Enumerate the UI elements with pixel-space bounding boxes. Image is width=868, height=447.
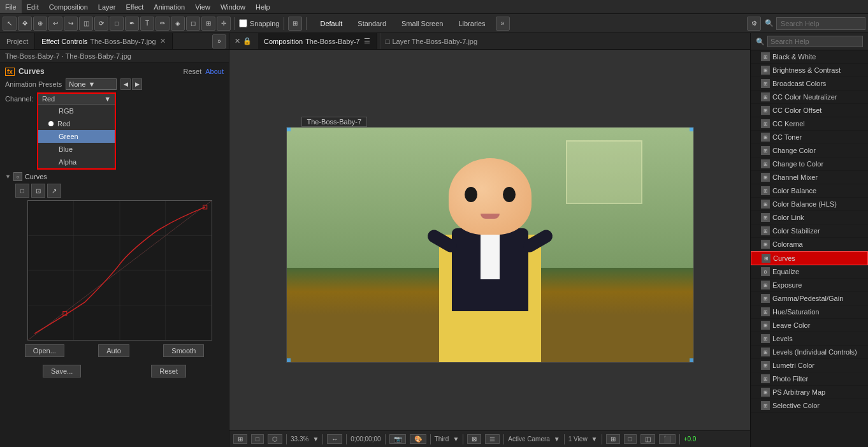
curves-fit-btn[interactable]: ⊡: [31, 184, 45, 198]
workspace-libraries[interactable]: Libraries: [453, 18, 490, 29]
effect-black-white[interactable]: ⊞ Black & White: [751, 50, 868, 64]
channel-option-rgb[interactable]: RGB: [38, 105, 115, 117]
workspace-small-screen[interactable]: Small Screen: [396, 18, 448, 29]
redo-btn[interactable]: ↪: [64, 17, 78, 31]
reset-link[interactable]: Reset: [184, 68, 202, 75]
search-input[interactable]: [776, 17, 865, 30]
effect-cc-offset[interactable]: ⊞ CC Color Offset: [751, 104, 868, 117]
snapping-checkbox[interactable]: [239, 19, 247, 27]
auto-btn[interactable]: Auto: [98, 344, 129, 357]
viewer-icon-2[interactable]: □: [251, 434, 264, 444]
safe-zones-btn[interactable]: □: [624, 434, 637, 444]
camera-tool[interactable]: ◫: [79, 17, 93, 31]
channel-display-btn[interactable]: ⬛: [659, 434, 676, 444]
effect-gamma[interactable]: ⊞ Gamma/Pedestal/Gain: [751, 292, 868, 305]
stamp-tool[interactable]: ◈: [171, 17, 185, 31]
tab-effect-controls[interactable]: Effect Controls The-Boss-Baby-7.jpg ✕: [35, 33, 172, 49]
effect-broadcast[interactable]: ⊞ Broadcast Colors: [751, 77, 868, 91]
curves-pencil-btn[interactable]: ↗: [47, 184, 61, 198]
search-help-input[interactable]: [767, 36, 863, 47]
res-opt[interactable]: ☰: [485, 434, 500, 444]
menu-window[interactable]: Window: [215, 0, 250, 13]
menu-animation[interactable]: Animation: [148, 0, 190, 13]
effect-channel-mixer[interactable]: ⊞ Channel Mixer: [751, 171, 868, 184]
reset-btn[interactable]: Reset: [151, 365, 186, 377]
effect-cc-toner[interactable]: ⊞ CC Toner: [751, 131, 868, 144]
menu-view[interactable]: View: [190, 0, 215, 13]
about-link[interactable]: About: [205, 68, 224, 75]
open-btn[interactable]: Open...: [25, 344, 64, 357]
rect-tool[interactable]: □: [110, 17, 124, 31]
menu-edit[interactable]: Edit: [22, 0, 44, 13]
channel-option-green[interactable]: Green: [38, 130, 115, 143]
effect-exposure[interactable]: ⊞ Exposure: [751, 279, 868, 292]
effect-photo-filter[interactable]: ⊞ Photo Filter: [751, 372, 868, 386]
channel-option-alpha[interactable]: Alpha: [38, 156, 115, 168]
selection-tool[interactable]: ↖: [3, 17, 17, 31]
comp-name-tag[interactable]: The-Boss-Baby-7: [301, 117, 368, 127]
settings-btn[interactable]: ⚙: [747, 17, 761, 31]
preset-next[interactable]: ▶: [132, 78, 142, 90]
channel-dropdown-container[interactable]: Red ▼ RGB Red: [37, 92, 116, 170]
grid-btn[interactable]: ⊞: [288, 17, 302, 31]
curves-square-btn[interactable]: □: [15, 184, 29, 198]
viewer-icon-3[interactable]: ⬡: [268, 434, 282, 444]
snapshot-btn[interactable]: 📷: [389, 434, 406, 444]
resolution-btn[interactable]: ⊠: [467, 434, 481, 444]
effect-colorama[interactable]: ⊞ Colorama: [751, 238, 868, 251]
curves-twirl[interactable]: ▼: [5, 173, 11, 180]
undo-btn[interactable]: ↩: [48, 17, 62, 31]
save-btn[interactable]: Save...: [43, 365, 81, 377]
color-btn[interactable]: 🎨: [410, 434, 426, 444]
preset-prev[interactable]: ◀: [120, 78, 131, 90]
effect-change-color[interactable]: ⊞ Change Color: [751, 144, 868, 158]
tab-project[interactable]: Project: [0, 33, 35, 49]
effect-leave-color[interactable]: ⊞ Leave Color: [751, 319, 868, 332]
fit-btn[interactable]: ↔: [327, 434, 342, 444]
grid-view-btn[interactable]: ⊞: [606, 434, 620, 444]
hand-tool[interactable]: ✥: [18, 17, 32, 31]
effect-levels[interactable]: ⊞ Levels: [751, 332, 868, 346]
effect-lumetri[interactable]: ⊞ Lumetri Color: [751, 359, 868, 372]
menu-composition[interactable]: Composition: [44, 0, 93, 13]
channel-option-red[interactable]: Red: [38, 117, 115, 130]
effect-equalize[interactable]: 8 Equalize: [751, 265, 868, 279]
menu-help[interactable]: Help: [250, 0, 275, 13]
zoom-tool[interactable]: ⊕: [33, 17, 47, 31]
workspace-standard[interactable]: Standard: [352, 18, 391, 29]
comp-tab-composition[interactable]: Composition The-Boss-Baby-7 ☰: [257, 33, 377, 49]
menu-layer[interactable]: Layer: [93, 0, 121, 13]
effect-color-link[interactable]: ⊞ Color Link: [751, 211, 868, 224]
puppet-tool[interactable]: ✛: [217, 17, 231, 31]
text-tool[interactable]: T: [140, 17, 154, 31]
effect-color-balance[interactable]: ⊞ Color Balance: [751, 184, 868, 198]
transparency-btn[interactable]: ◫: [640, 434, 655, 444]
menu-file[interactable]: File: [0, 0, 22, 13]
presets-dropdown[interactable]: None ▼: [66, 78, 117, 90]
effect-levels-individual[interactable]: ⊞ Levels (Individual Controls): [751, 346, 868, 359]
effect-hue-sat[interactable]: ⊞ Hue/Saturation: [751, 305, 868, 319]
composition-viewer[interactable]: [286, 127, 694, 363]
orbit-tool[interactable]: ⟳: [94, 17, 108, 31]
roto-tool[interactable]: ⊞: [201, 17, 215, 31]
effect-color-stabilizer[interactable]: ⊞ Color Stabilizer: [751, 224, 868, 238]
effect-cc-kernel[interactable]: ⊞ CC Kernel: [751, 117, 868, 131]
more-workspaces[interactable]: »: [496, 17, 510, 31]
workspace-default[interactable]: Default: [315, 18, 348, 29]
effect-cc-neutralizer[interactable]: ⊞ CC Color Neutralizer: [751, 91, 868, 104]
effect-curves[interactable]: ⊞ Curves: [751, 251, 868, 265]
curves-graph[interactable]: [27, 200, 212, 341]
pen-tool[interactable]: ✒: [125, 17, 139, 31]
tab-effect-controls-close[interactable]: ✕: [160, 37, 166, 45]
effect-color-balance-hls[interactable]: ⊞ Color Balance (HLS): [751, 198, 868, 211]
panel-more-btn[interactable]: »: [212, 34, 226, 48]
effect-selective[interactable]: ⊞ Selective Color: [751, 399, 868, 413]
effect-change-to-color[interactable]: ⊞ Change to Color: [751, 158, 868, 171]
effect-brightness[interactable]: ⊞ Brightness & Contrast: [751, 64, 868, 77]
viewer-icon-1[interactable]: ⊞: [233, 434, 247, 444]
eraser-tool[interactable]: ◻: [186, 17, 200, 31]
effect-ps-arb[interactable]: ⊞ PS Arbitrary Map: [751, 386, 868, 399]
menu-effect[interactable]: Effect: [120, 0, 148, 13]
smooth-btn[interactable]: Smooth: [163, 344, 204, 357]
brush-tool[interactable]: ✏: [156, 17, 170, 31]
